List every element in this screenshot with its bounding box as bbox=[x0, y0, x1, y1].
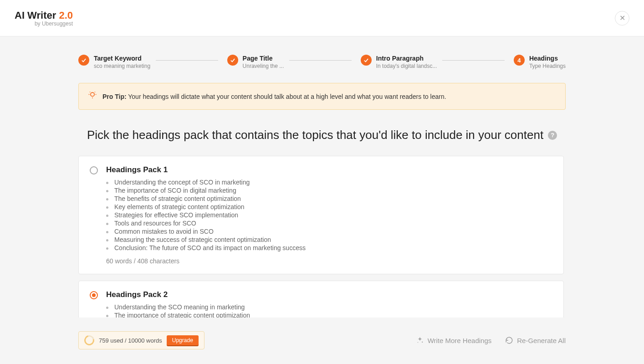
headings-packs-list[interactable]: Headings Pack 1Understanding the concept… bbox=[78, 156, 566, 318]
step-title: Intro Paragraph bbox=[376, 55, 437, 62]
close-button[interactable]: ✕ bbox=[615, 11, 629, 26]
pro-tip-banner: Pro Tip: Your headings will dictate what… bbox=[78, 83, 566, 110]
pack-meta: 60 words / 408 characters bbox=[106, 257, 552, 265]
step-connector bbox=[289, 60, 351, 61]
step-number-icon: 4 bbox=[514, 55, 525, 66]
pack-title: Headings Pack 1 bbox=[106, 165, 552, 174]
headings-pack[interactable]: Headings Pack 1Understanding the concept… bbox=[78, 156, 564, 274]
pack-headings-list: Understanding the SCO meaning in marketi… bbox=[106, 303, 552, 318]
heading-item: Understanding the concept of SCO in mark… bbox=[106, 178, 552, 186]
close-icon: ✕ bbox=[619, 14, 625, 22]
heading-item: Measuring the success of strategic conte… bbox=[106, 236, 552, 244]
heading-item: The importance of SCO in digital marketi… bbox=[106, 186, 552, 195]
logo-text-b: 2.0 bbox=[59, 10, 73, 21]
heading-item: Conclusion: The future of SCO and its im… bbox=[106, 244, 552, 252]
page-title-text: Pick the headings pack that contains the… bbox=[87, 128, 543, 142]
headings-pack[interactable]: Headings Pack 2Understanding the SCO mea… bbox=[78, 281, 564, 318]
upgrade-button[interactable]: Upgrade bbox=[167, 335, 199, 345]
app-logo: AI Writer 2.0 by Ubersuggest bbox=[15, 10, 73, 27]
lightbulb-icon bbox=[88, 91, 97, 102]
help-icon[interactable]: ? bbox=[548, 131, 557, 140]
svg-point-0 bbox=[91, 92, 94, 96]
page-title: Pick the headings pack that contains the… bbox=[78, 128, 566, 142]
pro-tip-label: Pro Tip: bbox=[102, 93, 127, 100]
sparkle-icon bbox=[416, 336, 424, 344]
svg-point-6 bbox=[422, 342, 423, 343]
step-sub: In today's digital landsc... bbox=[376, 63, 437, 69]
heading-item: Common mistakes to avoid in SCO bbox=[106, 227, 552, 236]
radio-button[interactable] bbox=[90, 291, 98, 299]
step-page-title[interactable]: Page Title Unraveling the ... bbox=[227, 55, 284, 69]
logo-text-a: AI Writer bbox=[15, 10, 59, 21]
refresh-icon bbox=[505, 336, 513, 344]
step-title: Target Keyword bbox=[94, 55, 150, 62]
app-header: AI Writer 2.0 by Ubersuggest ✕ bbox=[0, 0, 644, 36]
usage-ring-icon bbox=[82, 333, 96, 347]
pro-tip-text: Your headings will dictate what your con… bbox=[127, 93, 446, 100]
step-sub: Unraveling the ... bbox=[243, 63, 284, 69]
heading-item: The importance of strategic content opti… bbox=[106, 311, 552, 318]
step-title: Page Title bbox=[243, 55, 284, 62]
footer-bar: 759 used / 10000 words Upgrade Write Mor… bbox=[78, 331, 566, 359]
svg-line-5 bbox=[95, 92, 95, 92]
heading-item: Key elements of strategic content optimi… bbox=[106, 203, 552, 211]
usage-box: 759 used / 10000 words Upgrade bbox=[78, 331, 204, 349]
heading-item: Strategies for effective SCO implementat… bbox=[106, 211, 552, 219]
regenerate-label: Re-Generate All bbox=[517, 337, 566, 344]
check-icon bbox=[78, 55, 89, 66]
step-connector bbox=[442, 60, 504, 61]
usage-text: 759 used / 10000 words bbox=[99, 337, 162, 344]
step-headings[interactable]: 4 Headings Type Headings bbox=[514, 55, 566, 69]
step-connector bbox=[156, 60, 218, 61]
heading-item: Tools and resources for SCO bbox=[106, 219, 552, 227]
step-sub: sco meaning marketing bbox=[94, 63, 150, 69]
radio-button[interactable] bbox=[90, 166, 98, 174]
check-icon bbox=[227, 55, 238, 66]
svg-point-7 bbox=[417, 342, 418, 343]
step-intro-paragraph[interactable]: Intro Paragraph In today's digital lands… bbox=[361, 55, 437, 69]
wizard-stepper: Target Keyword sco meaning marketing Pag… bbox=[78, 55, 566, 69]
write-more-headings-button[interactable]: Write More Headings bbox=[416, 336, 492, 344]
step-sub: Type Headings bbox=[529, 63, 566, 69]
regenerate-all-button[interactable]: Re-Generate All bbox=[505, 336, 566, 344]
logo-subtext: by Ubersuggest bbox=[15, 21, 73, 27]
step-target-keyword[interactable]: Target Keyword sco meaning marketing bbox=[78, 55, 150, 69]
svg-line-4 bbox=[90, 92, 90, 92]
heading-item: The benefits of strategic content optimi… bbox=[106, 195, 552, 203]
check-icon bbox=[361, 55, 372, 66]
pack-title: Headings Pack 2 bbox=[106, 290, 552, 299]
heading-item: Understanding the SCO meaning in marketi… bbox=[106, 303, 552, 311]
pack-headings-list: Understanding the concept of SCO in mark… bbox=[106, 178, 552, 252]
step-title: Headings bbox=[529, 55, 566, 62]
write-more-label: Write More Headings bbox=[428, 337, 492, 344]
